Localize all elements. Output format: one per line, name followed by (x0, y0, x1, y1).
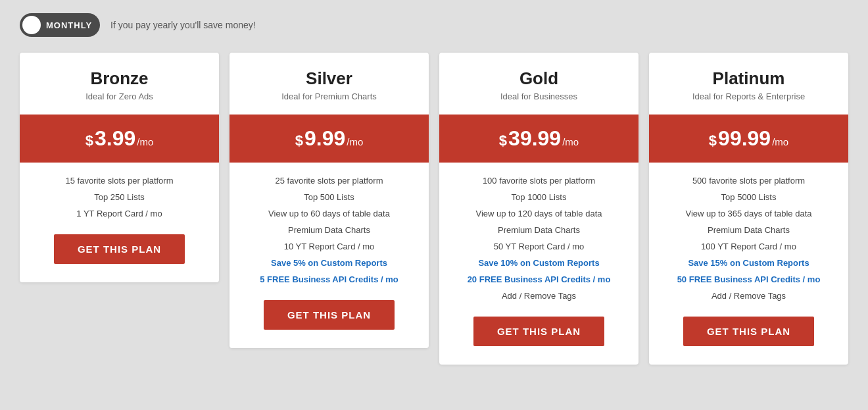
plan-header-platinum: PlatinumIdeal for Reports & Enterprise (649, 53, 848, 115)
feature-item-gold-4: 50 YT Report Card / mo (494, 242, 585, 251)
plan-features-bronze: 15 favorite slots per platformTop 250 Li… (20, 176, 219, 218)
plan-card-platinum: PlatinumIdeal for Reports & Enterprise$ … (649, 53, 848, 365)
price-per-mo-bronze: /mo (137, 136, 153, 147)
plan-tagline-gold: Ideal for Businesses (450, 91, 628, 101)
feature-item-silver-3: Premium Data Charts (288, 225, 370, 235)
feature-item-silver-0: 25 favorite slots per platform (275, 176, 383, 186)
plan-card-bronze: BronzeIdeal for Zero Ads$ 3.99/mo15 favo… (20, 53, 219, 282)
plan-header-bronze: BronzeIdeal for Zero Ads (20, 53, 219, 115)
feature-item-platinum-3: Premium Data Charts (708, 225, 790, 235)
feature-item-silver-2: View up to 60 days of table data (268, 209, 390, 218)
price-dollar-bronze: $ (85, 132, 93, 149)
feature-item-bronze-2: 1 YT Report Card / mo (76, 209, 162, 218)
plan-tagline-platinum: Ideal for Reports & Enterprise (660, 91, 838, 101)
get-plan-button-gold[interactable]: GET THIS PLAN (473, 317, 604, 346)
plan-header-silver: SilverIdeal for Premium Charts (229, 53, 429, 115)
plan-name-silver: Silver (240, 68, 418, 89)
get-plan-button-bronze[interactable]: GET THIS PLAN (54, 234, 185, 264)
top-bar: MONTHLY If you pay yearly you'll save mo… (20, 13, 848, 37)
plan-name-platinum: Platinum (660, 68, 838, 89)
feature-item-platinum-4: 100 YT Report Card / mo (701, 242, 796, 251)
feature-item-silver-5: Save 5% on Custom Reports (271, 258, 387, 268)
feature-item-platinum-0: 500 favorite slots per platform (692, 176, 805, 186)
price-amount-gold: 39.99 (508, 126, 561, 151)
price-per-mo-silver: /mo (347, 136, 363, 147)
feature-item-silver-1: Top 500 Lists (304, 192, 354, 202)
plan-price-bar-gold: $ 39.99/mo (439, 115, 639, 163)
feature-item-gold-0: 100 favorite slots per platform (483, 176, 595, 186)
plan-price-bar-silver: $ 9.99/mo (229, 115, 429, 163)
plan-header-gold: GoldIdeal for Businesses (439, 53, 639, 115)
feature-item-bronze-1: Top 250 Lists (94, 192, 145, 202)
feature-item-silver-6: 5 FREE Business API Credits / mo (260, 274, 398, 284)
feature-item-platinum-1: Top 5000 Lists (721, 192, 777, 202)
feature-item-platinum-2: View up to 365 days of table data (685, 209, 811, 218)
price-per-mo-platinum: /mo (772, 136, 788, 147)
feature-item-gold-2: View up to 120 days of table data (475, 209, 602, 218)
price-dollar-platinum: $ (709, 132, 717, 149)
feature-item-gold-7: Add / Remove Tags (502, 291, 576, 301)
plan-price-bar-bronze: $ 3.99/mo (20, 115, 219, 163)
plan-features-silver: 25 favorite slots per platformTop 500 Li… (229, 176, 429, 284)
feature-item-gold-1: Top 1000 Lists (512, 192, 567, 202)
feature-item-gold-3: Premium Data Charts (498, 225, 580, 235)
plan-name-gold: Gold (450, 68, 628, 89)
price-dollar-gold: $ (499, 132, 507, 149)
price-amount-bronze: 3.99 (95, 126, 135, 151)
billing-toggle[interactable]: MONTHLY (20, 13, 100, 37)
feature-item-silver-4: 10 YT Report Card / mo (284, 242, 375, 251)
toggle-label: MONTHLY (46, 20, 92, 30)
plan-card-silver: SilverIdeal for Premium Charts$ 9.99/mo2… (229, 53, 429, 348)
price-amount-platinum: 99.99 (718, 126, 771, 151)
plan-tagline-bronze: Ideal for Zero Ads (30, 91, 208, 101)
plan-tagline-silver: Ideal for Premium Charts (240, 91, 418, 101)
toggle-circle (22, 16, 41, 34)
get-plan-button-platinum[interactable]: GET THIS PLAN (683, 317, 814, 346)
feature-item-platinum-5: Save 15% on Custom Reports (688, 258, 809, 268)
plan-features-gold: 100 favorite slots per platformTop 1000 … (439, 176, 639, 301)
plan-price-bar-platinum: $ 99.99/mo (649, 115, 848, 163)
plan-card-gold: GoldIdeal for Businesses$ 39.99/mo100 fa… (439, 53, 639, 365)
price-dollar-silver: $ (295, 132, 303, 149)
feature-item-platinum-6: 50 FREE Business API Credits / mo (677, 274, 821, 284)
price-per-mo-gold: /mo (562, 136, 579, 147)
get-plan-button-silver[interactable]: GET THIS PLAN (264, 300, 395, 330)
feature-item-gold-5: Save 10% on Custom Reports (478, 258, 599, 268)
plans-container: BronzeIdeal for Zero Ads$ 3.99/mo15 favo… (20, 53, 848, 365)
feature-item-platinum-7: Add / Remove Tags (711, 291, 786, 301)
feature-item-gold-6: 20 FREE Business API Credits / mo (468, 274, 611, 284)
plan-name-bronze: Bronze (30, 68, 208, 89)
savings-text: If you pay yearly you'll save money! (110, 20, 256, 30)
feature-item-bronze-0: 15 favorite slots per platform (65, 176, 173, 186)
plan-features-platinum: 500 favorite slots per platformTop 5000 … (649, 176, 848, 301)
price-amount-silver: 9.99 (304, 126, 345, 151)
